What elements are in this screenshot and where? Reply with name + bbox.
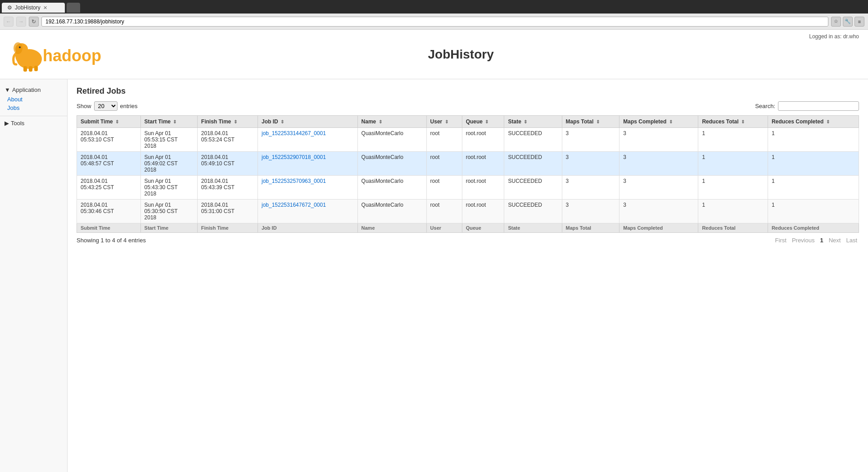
cell-submit-time: 2018.04.0105:48:57 CST (77, 152, 141, 176)
nav-bar: ← → ↻ ☆ 🔧 ≡ (0, 14, 868, 30)
previous-button[interactable]: Previous (790, 236, 817, 244)
new-tab-button[interactable] (67, 3, 80, 13)
table-row: 2018.04.0105:53:10 CST Sun Apr 0105:53:1… (77, 128, 859, 152)
collapse-icon: ▼ (5, 86, 10, 93)
sidebar-item-jobs[interactable]: Jobs (0, 104, 67, 112)
cell-name: QuasiMonteCarlo (357, 128, 426, 152)
cell-job-id[interactable]: job_1522532570963_0001 (258, 176, 357, 200)
footer-name: Name (357, 223, 426, 233)
cell-job-id[interactable]: job_1522533144267_0001 (258, 128, 357, 152)
search-input[interactable] (778, 101, 859, 111)
show-entries: Show 10 20 50 100 entries (77, 101, 138, 111)
cell-maps-completed: 3 (619, 128, 698, 152)
cell-queue: root.root (462, 152, 504, 176)
cell-user: root (426, 176, 462, 200)
showing-text: Showing 1 to 4 of 4 entries (77, 237, 146, 244)
col-reduces-total[interactable]: Reduces Total ⇕ (698, 116, 768, 128)
cell-reduces-completed: 1 (768, 152, 859, 176)
page-1-button[interactable]: 1 (818, 236, 825, 244)
hadoop-logo: hadoop (9, 36, 113, 73)
col-job-id[interactable]: Job ID ⇕ (258, 116, 357, 128)
jobs-table: Submit Time ⇕ Start Time ⇕ Finish Time ⇕… (77, 115, 859, 233)
cell-job-id[interactable]: job_1522532907018_0001 (258, 152, 357, 176)
col-finish-time[interactable]: Finish Time ⇕ (197, 116, 258, 128)
cell-finish-time: 2018.04.0105:53:24 CST (197, 128, 258, 152)
forward-button[interactable]: → (16, 17, 26, 27)
bookmark-button[interactable]: ☆ (831, 17, 841, 27)
first-button[interactable]: First (773, 236, 788, 244)
last-button[interactable]: Last (844, 236, 859, 244)
entries-label: entries (120, 103, 138, 109)
cell-maps-completed: 3 (619, 176, 698, 200)
url-bar[interactable] (41, 17, 828, 27)
footer-maps-total: Maps Total (562, 223, 619, 233)
svg-text:hadoop: hadoop (43, 46, 101, 65)
col-start-time[interactable]: Start Time ⇕ (140, 116, 197, 128)
application-section: ▼ Application About Jobs (0, 83, 67, 114)
col-submit-time[interactable]: Submit Time ⇕ (77, 116, 141, 128)
col-state[interactable]: State ⇕ (504, 116, 562, 128)
menu-button[interactable]: ≡ (854, 17, 864, 27)
cell-name: QuasiMonteCarlo (357, 152, 426, 176)
job-id-link[interactable]: job_1522532570963_0001 (262, 178, 326, 184)
cell-queue: root.root (462, 200, 504, 223)
cell-name: QuasiMonteCarlo (357, 176, 426, 200)
cell-start-time: Sun Apr 0105:43:30 CST2018 (140, 176, 197, 200)
expand-icon: ▶ (5, 120, 9, 127)
col-queue[interactable]: Queue ⇕ (462, 116, 504, 128)
col-user[interactable]: User ⇕ (426, 116, 462, 128)
table-footer: Showing 1 to 4 of 4 entries First Previo… (77, 236, 859, 244)
cell-start-time: Sun Apr 0105:53:15 CST2018 (140, 128, 197, 152)
cell-reduces-completed: 1 (768, 128, 859, 152)
tab-favicon: ⚙ (7, 5, 12, 11)
tab-bar: ⚙ JobHistory ✕ (0, 0, 868, 14)
cell-reduces-total: 1 (698, 128, 768, 152)
cell-maps-total: 3 (562, 152, 619, 176)
table-row: 2018.04.0105:30:46 CST Sun Apr 0105:30:5… (77, 200, 859, 223)
cell-start-time: Sun Apr 0105:30:50 CST2018 (140, 200, 197, 223)
footer-queue: Queue (462, 223, 504, 233)
svg-rect-6 (29, 66, 32, 72)
col-maps-total[interactable]: Maps Total ⇕ (562, 116, 619, 128)
col-maps-completed[interactable]: Maps Completed ⇕ (619, 116, 698, 128)
cell-job-id[interactable]: job_1522531647672_0001 (258, 200, 357, 223)
job-id-link[interactable]: job_1522531647672_0001 (262, 202, 326, 208)
svg-rect-7 (34, 66, 38, 71)
cell-queue: root.root (462, 176, 504, 200)
col-name[interactable]: Name ⇕ (357, 116, 426, 128)
page-title: JobHistory (428, 47, 494, 62)
table-row: 2018.04.0105:48:57 CST Sun Apr 0105:49:0… (77, 152, 859, 176)
section-title: Retired Jobs (77, 86, 859, 96)
job-id-link[interactable]: job_1522533144267_0001 (262, 130, 326, 136)
browser-chrome: ⚙ JobHistory ✕ ← → ↻ ☆ 🔧 ≡ (0, 0, 868, 30)
page-header: hadoop JobHistory Logged in as: dr.who (0, 30, 868, 79)
footer-job-id: Job ID (258, 223, 357, 233)
tools-header[interactable]: ▶ Tools (0, 118, 67, 128)
cell-user: root (426, 152, 462, 176)
back-button[interactable]: ← (4, 17, 14, 27)
footer-reduces-total: Reduces Total (698, 223, 768, 233)
application-header[interactable]: ▼ Application (0, 85, 67, 95)
cell-start-time: Sun Apr 0105:49:02 CST2018 (140, 152, 197, 176)
extensions-button[interactable]: 🔧 (843, 17, 853, 27)
next-button[interactable]: Next (827, 236, 843, 244)
table-row: 2018.04.0105:43:25 CST Sun Apr 0105:43:3… (77, 176, 859, 200)
cell-finish-time: 2018.04.0105:31:00 CST (197, 200, 258, 223)
tab-close-button[interactable]: ✕ (43, 5, 47, 11)
cell-reduces-total: 1 (698, 152, 768, 176)
cell-state: SUCCEEDED (504, 152, 562, 176)
sidebar-divider (0, 116, 67, 116)
entries-select[interactable]: 10 20 50 100 (94, 101, 118, 111)
main-content: Retired Jobs Show 10 20 50 100 entries S… (68, 79, 868, 472)
col-reduces-completed[interactable]: Reduces Completed ⇕ (768, 116, 859, 128)
cell-maps-total: 3 (562, 176, 619, 200)
sidebar-item-about[interactable]: About (0, 95, 67, 104)
cell-name: QuasiMonteCarlo (357, 200, 426, 223)
reload-button[interactable]: ↻ (29, 17, 39, 27)
footer-state: State (504, 223, 562, 233)
cell-user: root (426, 128, 462, 152)
cell-reduces-total: 1 (698, 176, 768, 200)
cell-maps-total: 3 (562, 128, 619, 152)
active-tab[interactable]: ⚙ JobHistory ✕ (2, 3, 65, 13)
job-id-link[interactable]: job_1522532907018_0001 (262, 154, 326, 160)
